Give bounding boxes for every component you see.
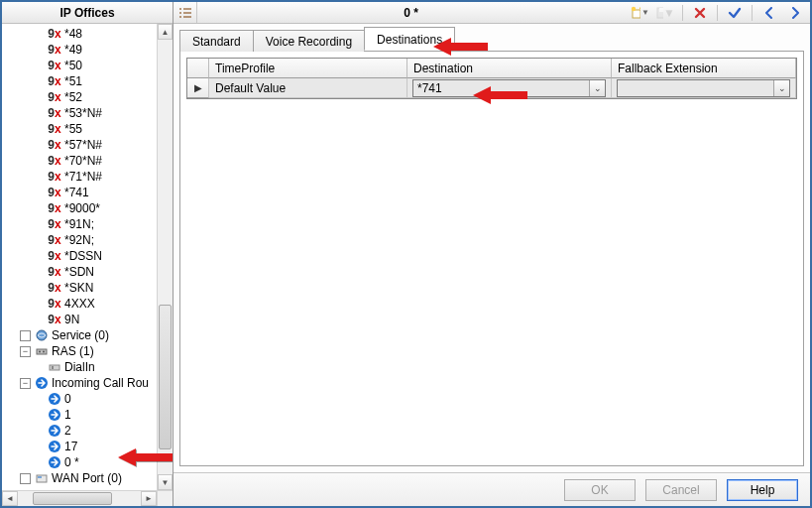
prev-button[interactable]: [758, 4, 780, 22]
tree-item[interactable]: 9x4XXX: [2, 296, 157, 312]
tree-item[interactable]: 1: [2, 407, 157, 423]
expander-icon[interactable]: [20, 473, 31, 484]
tree-item[interactable]: 2: [2, 423, 157, 439]
tree-item[interactable]: 9x*57*N#: [2, 137, 157, 153]
shortcode-icon: 9x: [48, 59, 61, 72]
tree-item[interactable]: 9x*49: [2, 42, 157, 58]
scroll-down-button[interactable]: ▼: [158, 474, 173, 490]
tab-standard[interactable]: Standard: [179, 30, 254, 52]
tree-item-label: *92N;: [64, 232, 94, 248]
tree-item[interactable]: 9x*53*N#: [2, 105, 157, 121]
tree-item[interactable]: Service (0): [2, 327, 157, 343]
help-button[interactable]: Help: [727, 479, 798, 501]
scroll-right-button[interactable]: ►: [141, 491, 157, 506]
grid-header-timeprofile[interactable]: TimeProfile: [209, 59, 407, 78]
tree-item[interactable]: 9x*48: [2, 26, 157, 42]
tree[interactable]: 9x*489x*499x*509x*519x*529x*53*N#9x*559x…: [2, 24, 157, 490]
tree-item-label: *51: [64, 73, 82, 89]
tree-item[interactable]: 9x*92N;: [2, 232, 157, 248]
tab-voice-recording[interactable]: Voice Recording: [253, 30, 365, 52]
chevron-down-icon[interactable]: ⌄: [773, 80, 789, 96]
svg-point-2: [39, 351, 41, 353]
tree-item-label: RAS (1): [52, 343, 94, 359]
tree-vscroll-thumb[interactable]: [159, 305, 172, 449]
new-dropdown-button[interactable]: ▼: [629, 4, 650, 22]
grid-row[interactable]: ▶ Default Value *741 ⌄ ⌄: [187, 78, 796, 98]
destination-combo[interactable]: *741 ⌄: [412, 79, 606, 97]
tree-item[interactable]: −RAS (1): [2, 343, 157, 359]
tree-item[interactable]: 9x9N: [2, 312, 157, 327]
call-icon: [48, 408, 61, 422]
call-icon: [48, 440, 61, 453]
tree-item[interactable]: 9x*9000*: [2, 200, 157, 216]
svg-rect-5: [52, 366, 54, 369]
tree-item[interactable]: 9x*70*N#: [2, 153, 157, 169]
svg-point-21: [632, 6, 636, 10]
shortcode-icon: 9x: [48, 27, 61, 41]
expander-icon[interactable]: −: [20, 346, 31, 357]
tree-item[interactable]: 9x*SKN: [2, 280, 157, 296]
row-indicator-icon: ▶: [187, 78, 209, 98]
tree-hscrollbar[interactable]: ◄ ►: [2, 490, 157, 506]
tree-item[interactable]: 0 *: [2, 454, 157, 470]
tree-item[interactable]: 9x*55: [2, 121, 157, 137]
call-icon: [48, 455, 61, 469]
cell-timeprofile[interactable]: Default Value: [209, 78, 407, 98]
right-panel: 0 * ▼ ▼: [174, 2, 810, 506]
shortcode-icon: 9x: [48, 249, 61, 263]
chevron-down-icon: ▼: [641, 8, 649, 17]
shortcode-icon: 9x: [48, 122, 61, 136]
tree-item[interactable]: 9x*52: [2, 89, 157, 105]
tree-item-label: *53*N#: [64, 105, 102, 121]
destination-value: *741: [413, 80, 589, 96]
expander-icon[interactable]: [20, 330, 31, 341]
disk-icon: [655, 6, 663, 20]
shortcode-icon: 9x: [48, 74, 61, 88]
cell-fallback[interactable]: ⌄: [612, 78, 796, 98]
tree-item-label: Incoming Call Rou: [52, 375, 149, 391]
grid-header-fallback[interactable]: Fallback Extension: [612, 59, 796, 78]
tree-vscrollbar[interactable]: ▲ ▼: [157, 24, 173, 490]
cancel-button[interactable]: Cancel: [645, 479, 717, 501]
delete-button[interactable]: [689, 4, 711, 22]
tree-item[interactable]: −Incoming Call Rou: [2, 375, 157, 391]
fallback-combo[interactable]: ⌄: [617, 79, 790, 97]
toolbar-separator: [752, 5, 753, 21]
chevron-down-icon[interactable]: ⌄: [589, 80, 605, 96]
tree-item[interactable]: WAN Port (0): [2, 470, 157, 486]
ras-icon: [35, 344, 49, 358]
tree-item-label: *741: [64, 185, 89, 200]
shortcode-icon: 9x: [48, 217, 61, 231]
scroll-up-button[interactable]: ▲: [158, 24, 173, 40]
svg-rect-4: [50, 365, 59, 370]
expander-icon[interactable]: −: [20, 378, 31, 389]
tree-item[interactable]: 9x*741: [2, 185, 157, 200]
tree-item[interactable]: 9x*50: [2, 58, 157, 73]
tree-item[interactable]: 0: [2, 391, 157, 407]
tree-item-label: *57*N#: [64, 137, 102, 153]
footer: OK Cancel Help: [174, 472, 810, 506]
chevron-right-icon: [790, 7, 800, 19]
confirm-button[interactable]: [724, 4, 746, 22]
tree-item[interactable]: 9x*91N;: [2, 216, 157, 232]
toolbar: ▼ ▼: [625, 2, 810, 23]
tree-item[interactable]: 9x*51: [2, 73, 157, 89]
tree-item[interactable]: 9x*DSSN: [2, 248, 157, 264]
cell-destination[interactable]: *741 ⌄: [407, 78, 612, 98]
tree-item-label: Service (0): [52, 327, 109, 343]
tab-destinations[interactable]: Destinations: [364, 27, 455, 51]
tree-item[interactable]: 9x*71*N#: [2, 169, 157, 185]
tree-hscroll-thumb[interactable]: [33, 492, 112, 505]
tree-item[interactable]: 17: [2, 439, 157, 454]
check-icon: [728, 6, 742, 20]
next-button[interactable]: [784, 4, 806, 22]
save-disk-button[interactable]: ▼: [654, 4, 676, 22]
scroll-left-button[interactable]: ◄: [2, 491, 18, 506]
list-icon[interactable]: [174, 2, 197, 23]
ok-button[interactable]: OK: [564, 479, 636, 501]
tree-item[interactable]: DialIn: [2, 359, 157, 375]
svg-rect-13: [38, 476, 42, 478]
call-icon: [48, 392, 61, 406]
grid-header-destination[interactable]: Destination: [407, 59, 612, 78]
tree-item[interactable]: 9x*SDN: [2, 264, 157, 280]
